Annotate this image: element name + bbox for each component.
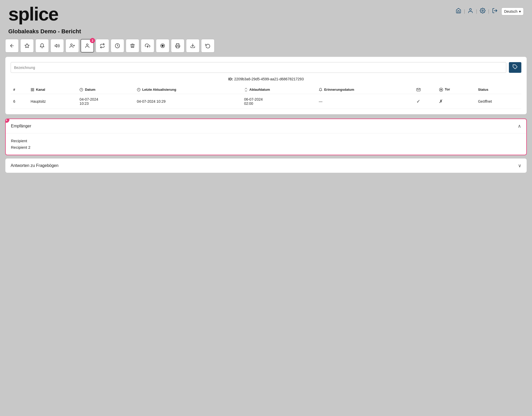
id-value: 2209b3a6-29d5-4599-aa21-d68678217293 — [234, 77, 304, 81]
col-kanal: Kanal — [28, 85, 77, 94]
cell-num: 6 — [11, 94, 28, 109]
record-button[interactable] — [156, 39, 169, 53]
add-user-button[interactable] — [65, 39, 79, 53]
cell-letzte: 04-07-2024 10:29 — [134, 94, 242, 109]
label-input[interactable] — [11, 62, 506, 73]
person-button[interactable]: 2 — [81, 39, 94, 53]
svg-point-9 — [87, 44, 88, 46]
col-num: # — [11, 85, 28, 94]
fragebogen-header[interactable]: Antworten zu Fragebögen ∨ — [5, 159, 527, 173]
svg-rect-14 — [176, 46, 179, 48]
list-item: Recipient — [11, 138, 521, 144]
col-status: Status — [475, 85, 521, 94]
nav-icons: | | | — [454, 7, 499, 15]
svg-point-24 — [441, 89, 442, 90]
col-tor: Tor — [436, 85, 476, 94]
user-icon[interactable] — [466, 7, 475, 15]
svg-point-6 — [71, 44, 72, 46]
svg-marker-5 — [55, 44, 57, 47]
settings-icon[interactable] — [478, 7, 487, 15]
cell-tor: ✗ — [436, 94, 476, 109]
col-email — [414, 85, 436, 94]
id-label: ID: — [228, 77, 233, 81]
volume-button[interactable] — [50, 39, 64, 53]
col-letzte: Letzte Aktualisierung — [134, 85, 242, 94]
id-row: ID: 2209b3a6-29d5-4599-aa21-d68678217293 — [11, 77, 521, 81]
svg-point-1 — [482, 10, 483, 11]
refresh-button[interactable] — [201, 39, 215, 53]
fragebogen-title: Antworten zu Fragebögen — [11, 163, 58, 168]
chevron-down-icon: ▾ — [519, 9, 521, 14]
language-selector[interactable]: Deutsch ▾ — [501, 8, 524, 15]
col-erinnerung: Erinnerungsdatum — [316, 85, 414, 94]
print-button[interactable] — [171, 39, 184, 53]
bell-button[interactable] — [35, 39, 49, 53]
chevron-up-icon: ∧ — [518, 123, 521, 129]
empfaenger-section: 1 Empfänger ∧ Recipient Recipient 2 — [5, 119, 527, 155]
cell-ablauf: 06-07-202402:00 — [242, 94, 316, 109]
fragebogen-section: Antworten zu Fragebögen ∨ — [5, 158, 527, 173]
svg-rect-18 — [33, 88, 34, 89]
upload-button[interactable] — [141, 39, 154, 53]
back-button[interactable] — [5, 39, 19, 53]
cell-kanal: Hauptsitz — [28, 94, 77, 109]
separator-2: | — [475, 9, 478, 14]
svg-marker-4 — [25, 44, 29, 48]
svg-rect-19 — [33, 90, 34, 91]
col-datum: Datum — [77, 85, 134, 94]
cell-email: ✓ — [414, 94, 436, 109]
svg-rect-17 — [31, 88, 32, 89]
empfaenger-title: Empfänger — [11, 124, 31, 128]
table-row: 6 Hauptsitz 04-07-202410:23 04-07-2024 1… — [11, 94, 521, 109]
cell-status: Geöffnet — [475, 94, 521, 109]
table-header-row: # Kanal Datum — [11, 85, 521, 94]
header: splice | | — [0, 0, 532, 26]
label-row — [11, 62, 521, 73]
person-badge: 2 — [90, 38, 95, 43]
trash-button[interactable] — [126, 39, 139, 53]
star-button[interactable] — [20, 39, 34, 53]
svg-point-0 — [470, 9, 471, 10]
cell-datum: 04-07-202410:23 — [77, 94, 134, 109]
list-item: Recipient 2 — [11, 144, 521, 151]
top-right-nav: | | | — [454, 7, 524, 15]
chevron-down-icon: ∨ — [518, 163, 521, 168]
logo: splice — [8, 5, 58, 23]
report-table: # Kanal Datum — [11, 85, 521, 109]
col-ablauf: Ablaufdatum — [242, 85, 316, 94]
transfer-button[interactable] — [96, 39, 109, 53]
separator-3: | — [488, 9, 490, 14]
separator-1: | — [463, 9, 466, 14]
empfaenger-header[interactable]: Empfänger ∧ — [6, 119, 526, 133]
cell-erinnerung: — — [316, 94, 414, 109]
home-icon[interactable] — [454, 7, 463, 15]
language-label: Deutsch — [504, 9, 517, 14]
label-button[interactable] — [509, 62, 521, 73]
page-title: Globaleaks Demo - Bericht — [0, 26, 532, 39]
empfaenger-body: Recipient Recipient 2 — [6, 133, 526, 155]
logout-icon[interactable] — [490, 7, 499, 15]
clock-button[interactable] — [111, 39, 124, 53]
svg-point-13 — [162, 45, 164, 47]
download-button[interactable] — [186, 39, 200, 53]
svg-rect-20 — [31, 90, 32, 91]
report-panel: ID: 2209b3a6-29d5-4599-aa21-d68678217293… — [5, 57, 527, 114]
main-content: 2 — [0, 39, 532, 178]
toolbar: 2 — [5, 39, 527, 53]
